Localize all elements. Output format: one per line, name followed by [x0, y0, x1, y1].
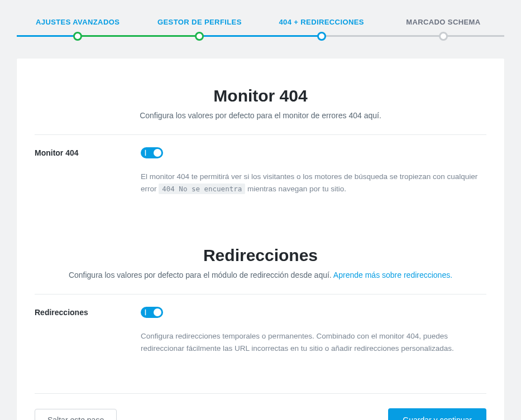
help-text: El monitor 404 te permitirá ver si los v… — [141, 171, 481, 195]
stepper-line — [78, 35, 199, 37]
save-continue-button[interactable]: Guardar y continuar — [388, 408, 486, 420]
section-title-monitor-404: Monitor 404 — [35, 86, 486, 105]
stepper-line — [199, 35, 321, 37]
section-redirects: Redirecciones Configura los valores por … — [35, 211, 486, 371]
step-dot-icon — [73, 32, 82, 41]
stepper-line — [322, 35, 504, 37]
setting-label: Redirecciones — [35, 307, 141, 354]
stepper-line — [17, 35, 78, 37]
toggle-on-icon: ǀ — [145, 149, 146, 157]
step-schema-markup[interactable]: MARCADO SCHEMA — [383, 17, 504, 36]
skip-step-button[interactable]: Saltar este paso — [35, 409, 117, 420]
section-title-redirects: Redirecciones — [35, 246, 486, 265]
card-footer: Saltar este paso Guardar y continuar — [35, 393, 486, 420]
setting-monitor-404: Monitor 404 ǀ El monitor 404 te permitir… — [35, 135, 486, 211]
section-description: Configura los valores por defecto para e… — [35, 111, 486, 120]
settings-card: Monitor 404 Configura los valores por de… — [17, 59, 504, 420]
step-dot-icon — [439, 32, 448, 41]
section-description: Configura los valores por defecto para e… — [35, 271, 486, 279]
step-404-redirects[interactable]: 404 + REDIRECCIONES — [261, 17, 383, 36]
code-snippet: 404 No se encuentra — [159, 184, 245, 194]
setting-redirects: Redirecciones ǀ Configura redirecciones … — [35, 295, 486, 371]
learn-more-link[interactable]: Aprende más sobre redirecciones. — [333, 271, 452, 279]
toggle-on-icon: ǀ — [145, 308, 146, 316]
toggle-knob-icon — [154, 149, 161, 157]
setup-stepper: AJUSTES AVANZADOS GESTOR DE PERFILES 404… — [17, 17, 504, 36]
toggle-monitor-404[interactable]: ǀ — [141, 147, 163, 158]
help-text: Configura redirecciones temporales o per… — [141, 330, 481, 354]
setting-label: Monitor 404 — [35, 147, 141, 195]
setting-body: ǀ El monitor 404 te permitirá ver si los… — [141, 147, 486, 195]
toggle-redirects[interactable]: ǀ — [141, 307, 163, 318]
help-text-part: mientras navegan por tu sitio. — [245, 185, 346, 193]
toggle-knob-icon — [154, 308, 161, 316]
step-profile-manager[interactable]: GESTOR DE PERFILES — [138, 17, 260, 36]
setting-body: ǀ Configura redirecciones temporales o p… — [141, 307, 486, 354]
step-dot-icon — [317, 32, 326, 41]
description-text: Configura los valores por defecto para e… — [69, 271, 333, 279]
step-advanced-settings[interactable]: AJUSTES AVANZADOS — [17, 17, 138, 36]
step-dot-icon — [195, 32, 204, 41]
